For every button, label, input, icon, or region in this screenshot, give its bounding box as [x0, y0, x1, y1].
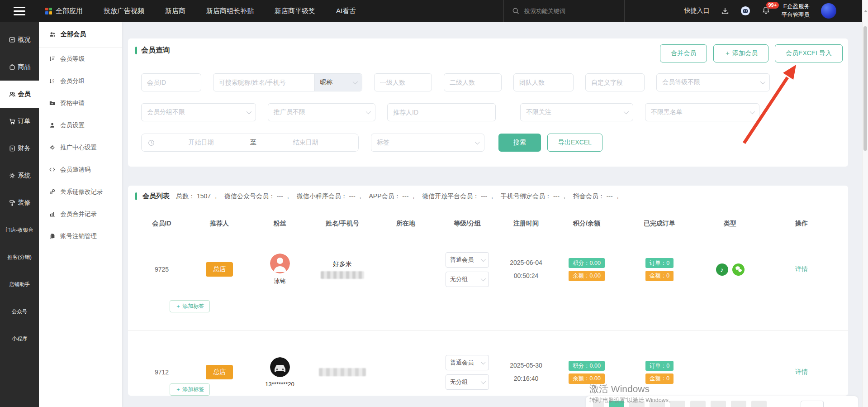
- submenu-item-qualification[interactable]: 资格申请: [39, 92, 122, 114]
- nav-item-ai[interactable]: AI看舌: [336, 7, 356, 15]
- submenu-item-member-groups[interactable]: AZ 会员分组: [39, 70, 122, 92]
- level1-count-input[interactable]: [375, 79, 432, 86]
- sidebar-item-goods[interactable]: 商品: [0, 53, 39, 81]
- pagination-page-active[interactable]: [609, 401, 624, 407]
- table-row: 9712 总店 13*******20 普通会员 无分组: [136, 336, 841, 396]
- sidebar-item-mini-program[interactable]: 小程序: [0, 325, 39, 352]
- group-select[interactable]: 无分组: [446, 272, 489, 287]
- code-icon: [49, 166, 56, 173]
- nav-item-leader-subsidy[interactable]: 新店商组长补贴: [206, 7, 254, 15]
- sidebar-item-shop-assistant[interactable]: 店铺助手: [0, 271, 39, 298]
- sidebar-item-decorate[interactable]: 装修: [0, 189, 39, 216]
- pagination-page[interactable]: [731, 401, 746, 407]
- date-range-picker[interactable]: 开始日期 至 结束日期: [141, 134, 359, 152]
- follow-select[interactable]: 不限关注: [520, 103, 633, 121]
- cell-types: [698, 336, 762, 396]
- pagination-page[interactable]: [650, 401, 665, 407]
- promoter-select[interactable]: 推广员不限: [268, 103, 375, 121]
- hamburger-icon: [14, 7, 25, 15]
- sidebar-item-official-account[interactable]: 公众号: [0, 298, 39, 325]
- submenu-item-member-settings[interactable]: 会员设置: [39, 114, 122, 136]
- keyword-input[interactable]: [213, 79, 314, 86]
- pagination-page[interactable]: [629, 401, 645, 407]
- excel-import-button[interactable]: 会员EXCEL导入: [775, 44, 843, 62]
- tag-select[interactable]: 标签: [371, 134, 484, 152]
- date-separator: 至: [247, 139, 259, 147]
- member-level-select[interactable]: 会员等级不限: [656, 73, 770, 91]
- orders-badge: 订单：0: [645, 361, 674, 371]
- add-tag-button[interactable]: ＋ 添加标签: [170, 383, 210, 396]
- pagination-prev-button[interactable]: [593, 401, 604, 407]
- notifications-button[interactable]: 99+: [762, 6, 770, 16]
- cell-fan: 泳铭: [251, 235, 308, 303]
- stat-total: 总数： 1507 ，: [176, 192, 219, 201]
- referrer-id-input[interactable]: [388, 109, 495, 116]
- pagination-page[interactable]: [690, 401, 706, 407]
- quick-entry-link[interactable]: 快捷入口: [684, 7, 710, 15]
- stat-open-platform: 微信开放平台会员： --- ，: [422, 192, 495, 201]
- group-select[interactable]: 无分组: [446, 374, 489, 390]
- download-icon[interactable]: [721, 7, 729, 15]
- submenu-item-member-levels[interactable]: 会员等级: [39, 48, 122, 70]
- blacklist-select[interactable]: 不限黑名单: [645, 103, 759, 121]
- level-select[interactable]: 普通会员: [446, 252, 489, 268]
- add-tag-button[interactable]: ＋ 添加标签: [170, 300, 210, 312]
- pagination-page[interactable]: [751, 401, 767, 407]
- referrer-tag[interactable]: 总店: [206, 365, 233, 379]
- bar-chart-icon: [49, 211, 56, 217]
- nav-item-new-shop[interactable]: 新店商: [165, 7, 185, 15]
- referrer-tag[interactable]: 总店: [206, 262, 233, 277]
- submenu-item-relation-log[interactable]: 关系链修改记录: [39, 181, 122, 203]
- submenu-item-invite-code[interactable]: 会员邀请码: [39, 158, 122, 181]
- member-id-input[interactable]: [142, 79, 201, 86]
- merge-members-button[interactable]: 合并会员: [660, 44, 707, 62]
- sidebar-item-distribution[interactable]: 推客(分销): [0, 244, 39, 271]
- search-input[interactable]: [523, 7, 611, 15]
- chevron-down-icon: [247, 109, 251, 114]
- add-member-button[interactable]: ＋ 添加会员: [713, 44, 768, 62]
- scrollbar-thumb[interactable]: [863, 26, 867, 151]
- member-group-select[interactable]: 会员分组不限: [141, 103, 256, 121]
- submenu-item-all-members[interactable]: 全部会员: [39, 22, 122, 48]
- sidebar-item-orders[interactable]: 订单: [0, 108, 39, 135]
- submenu-item-account-cancellation[interactable]: 账号注销管理: [39, 225, 122, 247]
- table-header: 会员ID 推荐人 粉丝 姓名/手机号 所在地 等级/分组 注册时间 积分/余额 …: [136, 220, 841, 228]
- team-count-input[interactable]: [514, 79, 573, 86]
- sidebar-item-store-cashier[interactable]: 门店-收银台: [0, 216, 39, 244]
- shopping-bag-icon: [9, 63, 16, 71]
- pagination-page[interactable]: [670, 401, 685, 407]
- search-button[interactable]: 搜索: [498, 134, 541, 152]
- sidebar-item-finance[interactable]: ¥ 财务: [0, 135, 39, 162]
- sidebar-item-overview[interactable]: 概况: [0, 26, 39, 53]
- end-date-placeholder: 结束日期: [259, 139, 352, 147]
- detail-link[interactable]: 详情: [795, 265, 808, 273]
- sidebar-item-members[interactable]: 会员: [0, 81, 39, 108]
- level-select[interactable]: 普通会员: [446, 355, 489, 370]
- user-info[interactable]: E企盈服务 平台管理员: [782, 2, 810, 20]
- submenu-item-merge-log[interactable]: 会员合并记录: [39, 203, 122, 225]
- screen: 全部应用 投放广告视频 新店商 新店商组长补贴 新店商平级奖 AI看舌 快捷入口: [0, 0, 868, 407]
- assistant-icon[interactable]: [740, 6, 750, 16]
- keyword-type-select[interactable]: 昵称: [314, 74, 362, 91]
- nav-item-ad-video[interactable]: 投放广告视频: [104, 7, 144, 15]
- dashboard-icon: [9, 36, 16, 43]
- export-excel-button[interactable]: 导出EXCEL: [547, 134, 602, 152]
- page-size-select[interactable]: [801, 401, 824, 407]
- custom-field-input[interactable]: [586, 79, 644, 86]
- orders-badge: 订单：0: [645, 258, 674, 268]
- person-icon: [49, 122, 56, 129]
- level2-count-input[interactable]: [444, 79, 501, 86]
- detail-link[interactable]: 详情: [795, 368, 808, 376]
- nav-item-peer-award[interactable]: 新店商平级奖: [275, 7, 315, 15]
- scrollbar-track[interactable]: [862, 0, 868, 407]
- avatar[interactable]: [821, 3, 836, 19]
- menu-toggle-button[interactable]: [0, 0, 39, 22]
- chevron-down-icon: [366, 109, 371, 114]
- submenu-item-promotion-settings[interactable]: 推广中心设置: [39, 136, 122, 158]
- sidebar-item-system[interactable]: 系统: [0, 162, 39, 189]
- pagination-page[interactable]: [711, 401, 726, 407]
- paint-roller-icon: [9, 199, 16, 206]
- level1-count-filter: [374, 73, 432, 91]
- nav-all-apps[interactable]: 全部应用: [45, 7, 83, 15]
- title-accent-bar: [135, 47, 137, 54]
